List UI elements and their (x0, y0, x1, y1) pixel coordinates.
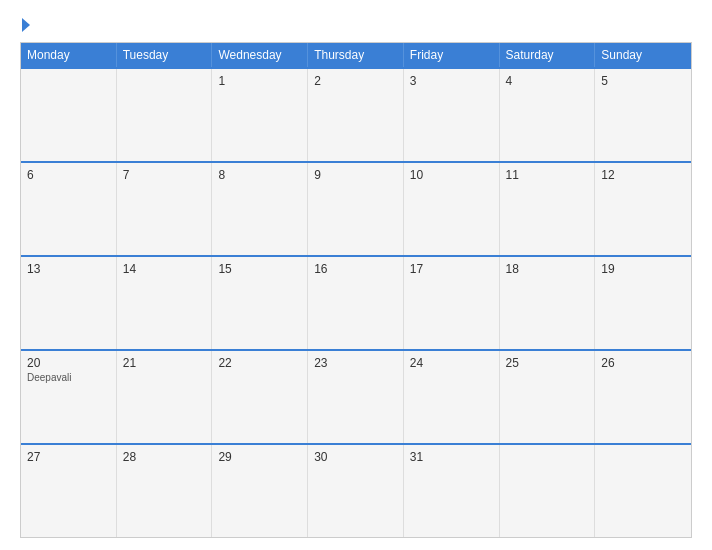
day-cell: 11 (500, 163, 596, 255)
day-number: 11 (506, 168, 589, 182)
day-cell (21, 69, 117, 161)
day-cell: 27 (21, 445, 117, 537)
day-cell: 25 (500, 351, 596, 443)
day-cell: 24 (404, 351, 500, 443)
day-number: 1 (218, 74, 301, 88)
day-cell: 10 (404, 163, 500, 255)
day-number: 25 (506, 356, 589, 370)
day-cell: 16 (308, 257, 404, 349)
week-row-4: 20Deepavali212223242526 (21, 349, 691, 443)
day-headers-row: MondayTuesdayWednesdayThursdayFridaySatu… (21, 43, 691, 67)
logo-triangle-icon (22, 18, 30, 32)
day-cell: 23 (308, 351, 404, 443)
day-event: Deepavali (27, 372, 110, 383)
day-header-wednesday: Wednesday (212, 43, 308, 67)
day-cell: 17 (404, 257, 500, 349)
day-number: 17 (410, 262, 493, 276)
day-number: 3 (410, 74, 493, 88)
day-number: 22 (218, 356, 301, 370)
logo (20, 18, 30, 32)
day-number: 21 (123, 356, 206, 370)
day-cell: 6 (21, 163, 117, 255)
day-header-monday: Monday (21, 43, 117, 67)
day-number: 24 (410, 356, 493, 370)
day-cell: 2 (308, 69, 404, 161)
day-cell: 5 (595, 69, 691, 161)
day-cell: 4 (500, 69, 596, 161)
week-row-1: 12345 (21, 67, 691, 161)
week-row-2: 6789101112 (21, 161, 691, 255)
day-cell: 19 (595, 257, 691, 349)
day-cell: 3 (404, 69, 500, 161)
calendar-page: MondayTuesdayWednesdayThursdayFridaySatu… (0, 0, 712, 550)
day-number: 29 (218, 450, 301, 464)
week-row-5: 2728293031 (21, 443, 691, 537)
day-header-thursday: Thursday (308, 43, 404, 67)
day-cell (117, 69, 213, 161)
day-cell: 20Deepavali (21, 351, 117, 443)
day-cell: 8 (212, 163, 308, 255)
day-number: 4 (506, 74, 589, 88)
day-header-sunday: Sunday (595, 43, 691, 67)
header (20, 18, 692, 32)
day-header-tuesday: Tuesday (117, 43, 213, 67)
day-number: 10 (410, 168, 493, 182)
logo-blue-text (20, 18, 30, 32)
day-number: 2 (314, 74, 397, 88)
day-number: 18 (506, 262, 589, 276)
day-number: 6 (27, 168, 110, 182)
day-cell: 1 (212, 69, 308, 161)
day-number: 20 (27, 356, 110, 370)
day-number: 19 (601, 262, 685, 276)
day-cell: 29 (212, 445, 308, 537)
calendar-grid: MondayTuesdayWednesdayThursdayFridaySatu… (20, 42, 692, 538)
day-cell: 12 (595, 163, 691, 255)
day-number: 5 (601, 74, 685, 88)
day-cell: 14 (117, 257, 213, 349)
day-number: 30 (314, 450, 397, 464)
day-number: 13 (27, 262, 110, 276)
day-cell: 30 (308, 445, 404, 537)
day-number: 28 (123, 450, 206, 464)
day-cell: 15 (212, 257, 308, 349)
day-number: 8 (218, 168, 301, 182)
weeks-container: 1234567891011121314151617181920Deepavali… (21, 67, 691, 537)
day-cell: 28 (117, 445, 213, 537)
day-cell: 18 (500, 257, 596, 349)
day-number: 15 (218, 262, 301, 276)
day-cell: 22 (212, 351, 308, 443)
day-number: 26 (601, 356, 685, 370)
day-header-saturday: Saturday (500, 43, 596, 67)
day-number: 9 (314, 168, 397, 182)
week-row-3: 13141516171819 (21, 255, 691, 349)
day-cell: 9 (308, 163, 404, 255)
day-number: 31 (410, 450, 493, 464)
day-number: 16 (314, 262, 397, 276)
day-number: 14 (123, 262, 206, 276)
day-number: 27 (27, 450, 110, 464)
day-cell: 7 (117, 163, 213, 255)
day-header-friday: Friday (404, 43, 500, 67)
day-number: 23 (314, 356, 397, 370)
day-number: 7 (123, 168, 206, 182)
day-cell: 13 (21, 257, 117, 349)
day-cell: 26 (595, 351, 691, 443)
day-cell: 31 (404, 445, 500, 537)
day-cell (500, 445, 596, 537)
day-cell: 21 (117, 351, 213, 443)
day-number: 12 (601, 168, 685, 182)
day-cell (595, 445, 691, 537)
